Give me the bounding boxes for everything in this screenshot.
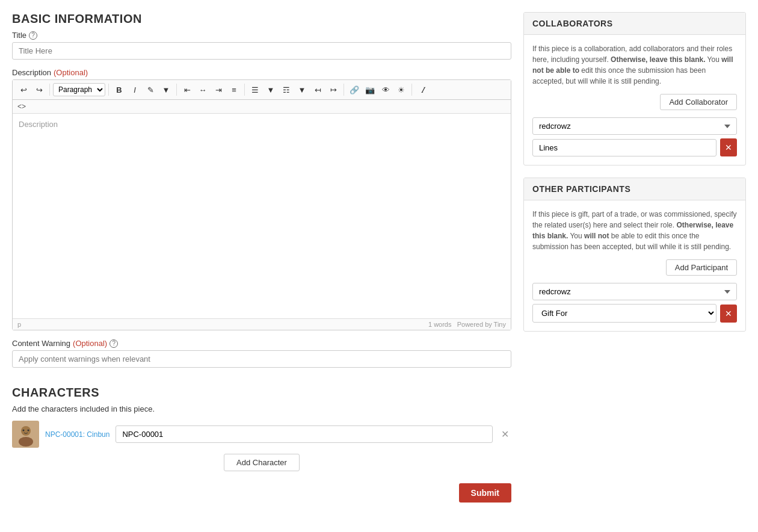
- title-label: Title ?: [12, 31, 511, 40]
- title-help-icon[interactable]: ?: [29, 31, 37, 40]
- unordered-list-dropdown[interactable]: ▼: [263, 82, 278, 97]
- collaborator-role-row: ✕: [532, 138, 737, 156]
- align-left-button[interactable]: ⇤: [180, 82, 194, 97]
- other-participants-panel: OTHER PARTICIPANTS If this piece is gift…: [523, 178, 746, 332]
- image-button[interactable]: 📷: [363, 82, 377, 97]
- redo-button[interactable]: ↪: [32, 82, 46, 97]
- ordered-list-button[interactable]: ☶: [279, 82, 294, 97]
- content-warning-input[interactable]: [12, 350, 511, 368]
- eye-slash-button[interactable]: 👁: [378, 82, 393, 97]
- bold-button[interactable]: B: [112, 82, 126, 97]
- participant-user-dropdown[interactable]: redcrowz: [532, 283, 737, 300]
- collaborator-user-dropdown[interactable]: redcrowz: [532, 117, 737, 135]
- content-warning-help-icon[interactable]: ?: [109, 339, 118, 348]
- undo-button[interactable]: ↩: [16, 82, 31, 97]
- submit-button[interactable]: Submit: [459, 483, 511, 503]
- italic-button[interactable]: I: [128, 82, 142, 97]
- collaborator-entry: redcrowz ✕: [532, 117, 737, 156]
- svg-point-3: [22, 429, 24, 431]
- toolbar-separator-3: [176, 84, 177, 96]
- other-participants-description: If this piece is gift, part of a trade, …: [532, 209, 737, 252]
- editor-status: p: [17, 321, 21, 328]
- highlight-button[interactable]: ✎: [143, 82, 158, 97]
- other-participants-panel-body: If this piece is gift, part of a trade, …: [524, 200, 745, 331]
- character-id-input[interactable]: [116, 425, 493, 443]
- align-center-button[interactable]: ↔: [196, 82, 210, 97]
- collaborators-description: If this piece is a collaboration, add co…: [532, 43, 737, 87]
- basic-info-title: BASIC INFORMATION: [12, 12, 511, 26]
- content-warning-optional: (Optional): [73, 339, 107, 348]
- editor-footer: p 1 words Powered by Tiny: [13, 318, 511, 330]
- add-participant-button[interactable]: Add Participant: [666, 259, 737, 276]
- svg-point-1: [21, 426, 31, 436]
- other-participants-title: OTHER PARTICIPANTS: [532, 184, 737, 194]
- paragraph-select[interactable]: Paragraph: [53, 83, 105, 96]
- description-optional: (Optional): [54, 68, 88, 77]
- toolbar-separator-1: [49, 84, 50, 96]
- remove-character-button[interactable]: ✕: [499, 428, 511, 440]
- content-warning-label: Content Warning (Optional) ?: [12, 339, 511, 348]
- characters-section: CHARACTERS Add the characters included i…: [12, 386, 511, 471]
- eye-button[interactable]: ☀: [394, 82, 408, 97]
- align-justify-button[interactable]: ≡: [227, 82, 241, 97]
- participant-role-row: Gift For Trade With Commissioned By Comm…: [532, 304, 737, 323]
- characters-description: Add the characters included in this piec…: [12, 404, 511, 413]
- unordered-list-button[interactable]: ☰: [248, 82, 262, 97]
- code-view-icon: <>: [17, 102, 26, 111]
- other-participants-header: OTHER PARTICIPANTS: [524, 178, 745, 200]
- link-button[interactable]: 🔗: [347, 82, 362, 97]
- editor-toolbar: ↩ ↪ Paragraph B I ✎ ▼ ⇤ ↔: [13, 80, 511, 100]
- delete-collaborator-button[interactable]: ✕: [720, 138, 737, 156]
- toolbar-separator-2: [108, 84, 109, 96]
- highlight-dropdown[interactable]: ▼: [159, 82, 173, 97]
- main-column: BASIC INFORMATION Title ? Description (O…: [12, 12, 511, 503]
- collaborators-panel-body: If this piece is a collaboration, add co…: [524, 35, 745, 165]
- submit-area: Submit: [12, 483, 511, 503]
- collaborators-panel: COLLABORATORS If this piece is a collabo…: [523, 12, 746, 165]
- collaborators-panel-header: COLLABORATORS: [524, 13, 745, 35]
- collaborator-role-input[interactable]: [532, 139, 716, 156]
- characters-title: CHARACTERS: [12, 386, 511, 400]
- toolbar-separator-4: [244, 84, 245, 96]
- svg-point-4: [27, 429, 29, 431]
- editor-body[interactable]: Description: [13, 114, 511, 318]
- editor-word-count: 1 words Powered by Tiny: [428, 321, 506, 328]
- code-view-button[interactable]: <>: [17, 102, 26, 111]
- side-column: COLLABORATORS If this piece is a collabo…: [523, 12, 746, 503]
- title-input[interactable]: [12, 42, 511, 60]
- add-collaborator-button[interactable]: Add Collaborator: [660, 94, 737, 110]
- remove-format-button[interactable]: 𝐼: [415, 82, 430, 97]
- collaborators-title: COLLABORATORS: [532, 19, 737, 28]
- character-name-link[interactable]: NPC-00001: Cinbun: [45, 430, 109, 439]
- participant-entry: redcrowz Gift For Trade With Commissione…: [532, 283, 737, 323]
- svg-point-2: [19, 437, 33, 447]
- participant-role-select[interactable]: Gift For Trade With Commissioned By Comm…: [532, 304, 716, 323]
- indent-button[interactable]: ↦: [326, 82, 340, 97]
- toolbar-separator-5: [344, 84, 344, 96]
- editor-toolbar-bottom: <>: [13, 100, 511, 114]
- delete-participant-button[interactable]: ✕: [720, 305, 737, 323]
- toolbar-separator-6: [411, 84, 412, 96]
- description-label: Description (Optional): [12, 68, 511, 77]
- description-editor: ↩ ↪ Paragraph B I ✎ ▼ ⇤ ↔: [12, 79, 511, 330]
- character-row: NPC-00001: Cinbun ✕: [12, 421, 511, 448]
- character-avatar: [12, 421, 39, 448]
- align-right-button[interactable]: ⇥: [211, 82, 226, 97]
- ordered-list-dropdown[interactable]: ▼: [295, 82, 309, 97]
- editor-placeholder: Description: [19, 120, 58, 129]
- outdent-button[interactable]: ↤: [310, 82, 325, 97]
- add-character-button[interactable]: Add Character: [224, 454, 300, 471]
